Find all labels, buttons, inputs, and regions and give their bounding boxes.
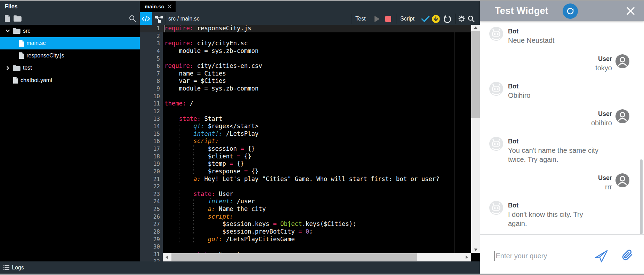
code-view-button[interactable] [140, 12, 152, 25]
code-line-4: module = sys.zb-common [163, 47, 471, 55]
gutter-line-number[interactable]: 9 [140, 85, 163, 93]
chat-scrollbar-thumb[interactable] [640, 159, 643, 234]
gutter-line-number[interactable]: 3 [140, 40, 163, 47]
gutter-line-number[interactable]: 13 [140, 115, 163, 123]
indent-guide [179, 220, 179, 228]
gutter-line-number[interactable]: 6 [140, 62, 163, 70]
logs-bar[interactable]: Logs [0, 261, 480, 274]
scroll-up-arrow[interactable] [471, 25, 480, 31]
vertical-scroll-thumb[interactable] [471, 31, 480, 118]
gutter-line-number[interactable]: 22 [140, 183, 163, 190]
query-input[interactable] [496, 252, 594, 260]
gutter-line-number[interactable]: 2 [140, 32, 163, 40]
editor-vertical-scrollbar[interactable] [471, 25, 480, 253]
editor-horizontal-scrollbar[interactable] [163, 253, 471, 261]
stop-test-button[interactable] [385, 12, 392, 25]
new-folder-button[interactable] [13, 14, 22, 23]
gutter-line-number[interactable]: 7 [140, 70, 163, 78]
code-line-9: module = sys.zb-common [163, 85, 471, 93]
gutter-line-number[interactable]: 18 [140, 153, 163, 160]
tree-item-label: chatbot.yaml [21, 77, 52, 84]
tab-main-sc[interactable]: main.sc [140, 1, 176, 12]
tree-item-src[interactable]: src [0, 25, 140, 37]
code-line-24: intent: /user [163, 198, 471, 205]
bot-message: BotNeue Neustadt [489, 27, 629, 45]
gutter-line-number[interactable]: 29 [140, 236, 163, 243]
gutter-line-number[interactable]: 19 [140, 160, 163, 168]
gutter-line-number[interactable]: 25 [140, 205, 163, 213]
undo-button[interactable] [443, 12, 452, 25]
new-folder-icon [14, 15, 22, 22]
graph-view-button[interactable] [153, 12, 164, 25]
search-in-code-button[interactable] [467, 12, 475, 25]
gutter-line-number[interactable]: 23 [140, 190, 163, 198]
code-line-5 [163, 55, 471, 63]
editor-settings-button[interactable] [457, 12, 466, 25]
indent-guide [179, 168, 179, 175]
code-line-15: intent!: /LetsPlay [163, 130, 471, 138]
refresh-icon [566, 7, 574, 15]
file-icon [19, 52, 24, 59]
gutter-line-number[interactable]: 32 [140, 258, 163, 261]
tree-item-main-sc[interactable]: main.sc [0, 37, 140, 50]
test-widget-header: Test Widget [480, 1, 644, 21]
deploy-button[interactable] [432, 12, 440, 25]
attach-file-button[interactable] [621, 249, 635, 264]
code-line-28: $session.prevBotCity = 0; [163, 228, 471, 236]
tree-item-label: main.sc [26, 40, 46, 46]
gutter-line-number[interactable]: 30 [140, 243, 163, 251]
run-test-button[interactable] [373, 12, 380, 25]
validate-script-button[interactable] [421, 12, 430, 25]
message-text: rrr [598, 182, 612, 191]
search-files-button[interactable] [128, 14, 137, 23]
gutter-line-number[interactable]: 17 [140, 145, 163, 153]
gutter-line-number[interactable]: 14 [140, 123, 163, 130]
scroll-down-arrow[interactable] [471, 247, 480, 253]
scrollbar-corner [471, 253, 480, 261]
gutter-line-number[interactable]: 16 [140, 138, 163, 145]
gutter-line-number[interactable]: 12 [140, 108, 163, 115]
scroll-right-arrow[interactable] [463, 253, 470, 261]
chevron-down-icon[interactable] [3, 27, 13, 35]
gutter-line-number[interactable]: 5 [140, 55, 163, 63]
scroll-left-arrow[interactable] [163, 253, 170, 261]
user-message: Userrrr [489, 173, 629, 191]
tree-item-chatbot-yaml[interactable]: chatbot.yaml [0, 74, 140, 87]
gutter-line-number[interactable]: 11 [140, 100, 163, 108]
message-body: BotNeue Neustadt [508, 27, 554, 45]
chat-history: BotNeue NeustadtUsertokyoBotObihiroUsero… [480, 21, 644, 234]
indent-guide [179, 130, 179, 138]
indent-guide [179, 153, 179, 160]
gutter-line-number[interactable]: 20 [140, 168, 163, 175]
gutter-line-number[interactable]: 28 [140, 228, 163, 236]
new-file-button[interactable] [3, 14, 12, 23]
gutter-line-number[interactable]: 21 [140, 175, 163, 183]
restart-test-button[interactable] [563, 3, 578, 19]
close-widget-button[interactable] [626, 6, 635, 16]
code-line-17: $session = {} [163, 145, 471, 153]
gutter-line-number[interactable]: 15 [140, 130, 163, 138]
chevron-right-icon[interactable] [3, 64, 13, 72]
gutter-line-number[interactable]: 24 [140, 198, 163, 205]
code-editor[interactable]: require: responseCity.jsrequire: city/ci… [163, 25, 471, 253]
gutter-line-number[interactable]: 4 [140, 47, 163, 55]
bot-message: BotYou can't name the same citytwice. Tr… [489, 137, 629, 164]
send-button[interactable] [594, 249, 609, 264]
tree-item-test[interactable]: test [0, 62, 140, 74]
tree-item-responsecity-js[interactable]: responseCity.js [0, 49, 140, 62]
gutter-line-number[interactable]: 31 [140, 251, 163, 258]
tab-close-icon[interactable] [167, 4, 172, 9]
code-line-29: go!: /LetsPlayCitiesGame [163, 236, 471, 243]
gutter-line-number[interactable]: 8 [140, 77, 163, 85]
gutter-line-number[interactable]: 26 [140, 213, 163, 221]
indent-guide [193, 205, 194, 213]
files-sidebar: Files srcmain.scresponseCity.jstestchatb… [0, 1, 140, 261]
indent-guide [208, 220, 208, 228]
gutter-line-number[interactable]: 10 [140, 93, 163, 100]
code-line-16: script: [163, 138, 471, 145]
code-line-2 [163, 32, 471, 40]
horizontal-scroll-thumb[interactable] [171, 253, 417, 261]
gutter-line-number[interactable]: 1 [140, 25, 163, 32]
user-avatar [615, 109, 629, 123]
gutter-line-number[interactable]: 27 [140, 220, 163, 228]
